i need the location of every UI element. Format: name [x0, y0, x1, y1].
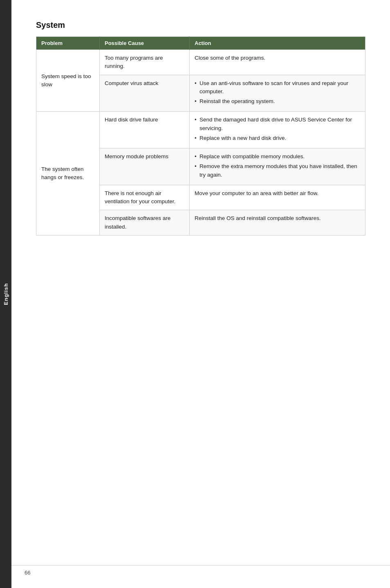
cause-cell: Memory module problems	[100, 148, 190, 185]
action-cell: Replace with compatible memory modules.R…	[190, 148, 365, 185]
sidebar: English	[0, 0, 11, 588]
action-item: Send the damaged hard disk drive to ASUS…	[195, 116, 360, 132]
action-cell: Move your computer to an area with bette…	[190, 185, 365, 210]
action-item: Replace with a new hard disk drive.	[195, 134, 360, 142]
bottom-divider	[11, 565, 390, 566]
system-table: Problem Possible Cause Action System spe…	[36, 36, 365, 236]
problem-cell: The system often hangs or freezes.	[36, 112, 100, 236]
action-item: Replace with compatible memory modules.	[195, 153, 360, 161]
header-cause: Possible Cause	[100, 37, 190, 50]
action-item: Remove the extra memory modules that you…	[195, 162, 360, 179]
header-action: Action	[190, 37, 365, 50]
page-number: 66	[25, 570, 30, 576]
cause-cell: There is not enough air ventilation for …	[100, 185, 190, 210]
page-title: System	[36, 20, 365, 30]
table-row: The system often hangs or freezes.Hard d…	[36, 112, 365, 148]
cause-cell: Hard disk drive failure	[100, 112, 190, 148]
problem-cell: System speed is too slow	[36, 50, 100, 112]
sidebar-label: English	[3, 283, 9, 305]
action-item: Reinstall the operating system.	[195, 97, 360, 105]
main-content: System Problem Possible Cause Action Sys…	[11, 0, 390, 268]
cause-cell: Incompatible softwares are installed.	[100, 210, 190, 236]
action-cell: Close some of the programs.	[190, 50, 365, 75]
cause-cell: Too many programs are running.	[100, 50, 190, 75]
table-row: System speed is too slowToo many program…	[36, 50, 365, 75]
action-cell: Reinstall the OS and reinstall compatibl…	[190, 210, 365, 236]
action-cell: Use an anti-virus software to scan for v…	[190, 75, 365, 112]
action-cell: Send the damaged hard disk drive to ASUS…	[190, 112, 365, 148]
table-header-row: Problem Possible Cause Action	[36, 37, 365, 50]
header-problem: Problem	[36, 37, 100, 50]
action-item: Use an anti-virus software to scan for v…	[195, 79, 360, 96]
cause-cell: Computer virus attack	[100, 75, 190, 112]
